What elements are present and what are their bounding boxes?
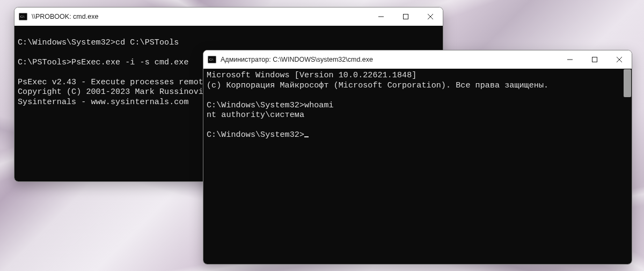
titlebar[interactable]: C:\ Администратор: C:\WINDOWS\system32\c… xyxy=(203,50,632,69)
term-line: C:\PSTools>PsExec.exe -i -s cmd.exe xyxy=(18,58,189,67)
svg-text:C:\: C:\ xyxy=(20,15,25,18)
svg-text:C:\: C:\ xyxy=(209,58,214,61)
maximize-button[interactable] xyxy=(393,8,418,26)
svg-rect-3 xyxy=(404,14,408,19)
minimize-button[interactable] xyxy=(558,50,582,69)
window-title: Администратор: C:\WINDOWS\system32\cmd.e… xyxy=(221,56,373,63)
cursor xyxy=(304,136,309,137)
close-button[interactable] xyxy=(607,50,632,69)
maximize-button[interactable] xyxy=(582,50,607,69)
minimize-button[interactable] xyxy=(369,8,393,26)
term-line: Sysinternals - www.sysinternals.com xyxy=(18,98,189,107)
term-line: Microsoft Windows [Version 10.0.22621.18… xyxy=(207,71,416,80)
term-line: (c) Корпорация Майкрософт (Microsoft Cor… xyxy=(207,81,548,90)
term-line: C:\Windows\System32>cd C:\PSTools xyxy=(18,38,179,47)
cmd-icon: C:\ xyxy=(19,12,27,21)
cmd-window-admin[interactable]: C:\ Администратор: C:\WINDOWS\system32\c… xyxy=(203,50,632,265)
close-button[interactable] xyxy=(418,8,443,26)
window-title: \\PROBOOK: cmd.exe xyxy=(32,13,98,20)
term-line: nt authority\система xyxy=(207,111,304,120)
svg-rect-9 xyxy=(592,57,597,62)
term-line: PsExec v2.43 - Execute processes remotel… xyxy=(18,78,218,87)
titlebar[interactable]: C:\ \\PROBOOK: cmd.exe xyxy=(14,8,443,26)
terminal-output[interactable]: Microsoft Windows [Version 10.0.22621.18… xyxy=(203,69,632,264)
term-line: C:\Windows\System32>whoami xyxy=(207,101,334,110)
scrollbar-thumb[interactable] xyxy=(624,69,631,97)
term-line: C:\Windows\System32> xyxy=(207,130,304,140)
cmd-icon: C:\ xyxy=(208,55,216,64)
term-line: Copyright (C) 2001-2023 Mark Russinovich xyxy=(18,87,213,97)
